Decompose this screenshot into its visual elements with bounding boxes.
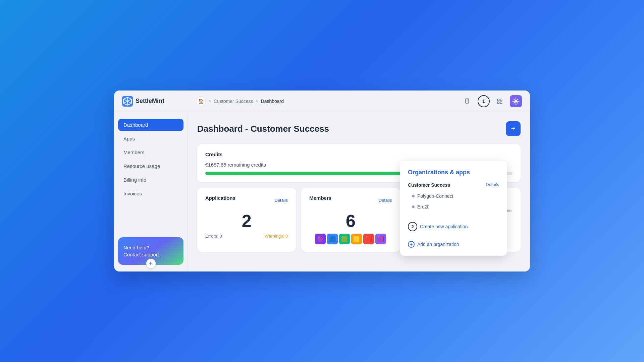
svg-point-20 xyxy=(519,101,520,102)
logo-icon xyxy=(122,96,133,107)
app-title: SettleMint xyxy=(136,98,164,105)
create-app-label: Create new application xyxy=(420,224,468,229)
help-plus-button[interactable]: + xyxy=(146,259,156,268)
svg-rect-11 xyxy=(497,102,499,103)
apps-warnings: Warnings: 0 xyxy=(265,234,288,239)
add-org-label: Add an organization xyxy=(417,242,459,247)
dropdown-app-polygon[interactable]: Polygon-Connect xyxy=(408,191,499,201)
apps-card-title: Applications xyxy=(205,195,235,201)
breadcrumb-org[interactable]: Customer Success xyxy=(214,99,253,104)
sidebar: Dashboard Apps Members Resource usage Bi… xyxy=(114,112,188,272)
sidebar-item-apps[interactable]: Apps xyxy=(118,132,183,145)
page-header: Dashboard - Customer Success + xyxy=(197,121,521,136)
page-title: Dashboard - Customer Success xyxy=(197,124,329,134)
breadcrumb-page: Dashboard xyxy=(261,99,284,104)
add-organization-button[interactable]: + Add an organization xyxy=(408,241,499,248)
member-avatar-3: 🟩 xyxy=(339,234,350,244)
dropdown-section-title: Customer Success xyxy=(408,182,450,188)
member-avatar-1: 🟣 xyxy=(315,234,326,244)
members-card: Members Details 6 🟣 🟦 🟩 🟨 🟥 🟪 xyxy=(301,188,400,252)
home-button[interactable]: 🏠 xyxy=(196,96,206,106)
members-avatars: 🟣 🟦 🟩 🟨 🟥 🟪 xyxy=(309,234,392,244)
create-app-badge: 2 xyxy=(408,222,417,231)
help-card: Need help? Contact support. + xyxy=(118,237,183,265)
breadcrumb: 🏠 > Customer Success > Dashboard xyxy=(196,96,462,106)
dropdown-app-erc20[interactable]: Erc20 xyxy=(408,201,499,212)
logo: SettleMint xyxy=(122,96,196,107)
header: SettleMint 🏠 > Customer Success > Dashbo… xyxy=(114,90,530,112)
svg-rect-9 xyxy=(497,99,499,101)
svg-point-18 xyxy=(516,104,517,105)
breadcrumb-sep-2: > xyxy=(256,99,258,104)
app-window: SettleMint 🏠 > Customer Success > Dashbo… xyxy=(114,90,530,272)
members-card-title: Members xyxy=(309,195,331,201)
notification-badge[interactable]: 1 xyxy=(478,95,490,107)
apps-count: 2 xyxy=(205,211,288,231)
svg-point-17 xyxy=(516,98,517,99)
dropdown-divider xyxy=(408,217,499,217)
member-avatar-4: 🟨 xyxy=(351,234,362,244)
sidebar-item-invoices[interactable]: Invoices xyxy=(118,187,183,200)
docs-button[interactable] xyxy=(462,95,474,107)
help-text: Need help? Contact support. xyxy=(123,245,160,257)
sidebar-item-dashboard[interactable]: Dashboard xyxy=(118,119,183,131)
dropdown-divider-2 xyxy=(408,236,499,236)
apps-stats: Errors: 0 Warnings: 0 xyxy=(205,234,288,239)
svg-point-19 xyxy=(512,101,513,102)
user-avatar[interactable] xyxy=(510,95,522,107)
dropdown-app-polygon-label: Polygon-Connect xyxy=(417,193,453,199)
member-avatar-6: 🟪 xyxy=(375,234,386,244)
app-dot-polygon xyxy=(412,195,415,197)
members-card-header: Members Details xyxy=(309,195,392,205)
credits-card-title: Credits xyxy=(205,152,513,157)
dropdown-title: Organizations & apps xyxy=(408,169,499,176)
dropdown-details-link[interactable]: Details xyxy=(486,182,499,187)
header-actions: 1 xyxy=(462,95,522,107)
member-avatar-5: 🟥 xyxy=(363,234,374,244)
dropdown-app-erc20-label: Erc20 xyxy=(417,204,430,209)
svg-rect-10 xyxy=(500,99,502,101)
apps-details-link[interactable]: Details xyxy=(275,198,288,203)
members-count: 6 xyxy=(309,211,392,231)
apps-card: Applications Details 2 Errors: 0 Warning… xyxy=(197,188,296,252)
organizations-dropdown: Organizations & apps Customer Success De… xyxy=(400,161,507,256)
apps-errors: Errors: 0 xyxy=(205,234,222,239)
members-details-link[interactable]: Details xyxy=(379,198,392,203)
breadcrumb-sep-1: > xyxy=(209,99,211,104)
svg-rect-12 xyxy=(500,102,502,103)
add-org-plus-icon: + xyxy=(408,241,415,248)
app-dot-erc20 xyxy=(412,205,415,208)
create-new-application-button[interactable]: 2 Create new application xyxy=(408,222,499,231)
sidebar-item-billing-info[interactable]: Billing info xyxy=(118,174,183,186)
grid-button[interactable] xyxy=(494,95,506,107)
sidebar-item-resource-usage[interactable]: Resource usage xyxy=(118,160,183,172)
add-app-button[interactable]: + xyxy=(506,121,521,136)
sidebar-item-members[interactable]: Members xyxy=(118,146,183,159)
apps-card-header: Applications Details xyxy=(205,195,288,205)
member-avatar-2: 🟦 xyxy=(327,234,338,244)
